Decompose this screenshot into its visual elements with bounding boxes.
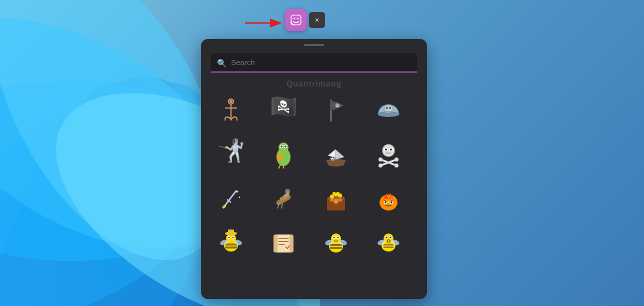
sticker-item[interactable] xyxy=(368,222,408,262)
panel-handle xyxy=(304,44,324,46)
svg-rect-78 xyxy=(225,246,237,248)
svg-rect-106 xyxy=(384,246,394,248)
sticker-item[interactable] xyxy=(316,134,356,174)
svg-point-24 xyxy=(389,107,391,109)
svg-rect-89 xyxy=(274,234,278,252)
svg-point-82 xyxy=(228,237,230,238)
svg-point-51 xyxy=(378,164,382,168)
svg-point-41 xyxy=(382,144,394,156)
svg-point-39 xyxy=(333,157,334,158)
sticker-panel: 🔍 Quantrimang 🏴‍☠️ xyxy=(201,39,427,299)
sticker-button[interactable] xyxy=(285,9,307,31)
sticker-item[interactable] xyxy=(368,178,408,218)
svg-point-100 xyxy=(334,237,335,238)
svg-point-49 xyxy=(394,164,398,168)
watermark: Quantrimang xyxy=(286,80,342,88)
svg-point-12 xyxy=(297,18,298,19)
sticker-item[interactable] xyxy=(368,134,408,174)
search-container: 🔍 xyxy=(211,53,417,72)
sticker-item[interactable] xyxy=(316,222,356,262)
svg-point-70 xyxy=(336,192,340,195)
close-button[interactable]: × xyxy=(309,12,325,28)
svg-text:✦: ✦ xyxy=(238,196,241,199)
sticker-item[interactable] xyxy=(264,134,304,174)
svg-point-101 xyxy=(338,237,339,238)
svg-rect-88 xyxy=(276,234,292,252)
svg-point-69 xyxy=(332,192,336,195)
sticker-item[interactable] xyxy=(264,178,304,218)
svg-rect-105 xyxy=(384,244,394,246)
search-icon: 🔍 xyxy=(217,58,227,68)
svg-point-38 xyxy=(331,157,332,158)
close-icon: × xyxy=(315,16,319,24)
svg-point-110 xyxy=(386,236,388,238)
svg-point-75 xyxy=(390,202,392,204)
svg-line-52 xyxy=(224,191,236,208)
svg-point-32 xyxy=(284,146,286,148)
sticker-item[interactable] xyxy=(316,90,356,130)
sticker-item[interactable] xyxy=(211,222,251,262)
svg-rect-85 xyxy=(228,230,234,234)
svg-point-31 xyxy=(280,146,282,148)
sticker-icon xyxy=(290,14,302,26)
svg-point-66 xyxy=(330,194,334,198)
svg-point-45 xyxy=(390,148,392,150)
sticker-item[interactable]: ✦ ✦ xyxy=(211,178,251,218)
search-input[interactable] xyxy=(211,53,417,72)
svg-point-74 xyxy=(384,202,386,204)
svg-rect-90 xyxy=(290,234,294,252)
svg-point-23 xyxy=(386,107,388,109)
svg-point-48 xyxy=(378,158,382,162)
svg-text:✦: ✦ xyxy=(235,189,239,194)
sticker-item[interactable] xyxy=(211,90,251,130)
sticker-item[interactable]: 🏴‍☠️ xyxy=(264,90,304,130)
toolbar: × xyxy=(285,9,325,31)
svg-point-83 xyxy=(232,237,234,238)
svg-rect-77 xyxy=(225,244,237,246)
svg-point-11 xyxy=(294,18,295,19)
svg-rect-96 xyxy=(330,247,342,249)
svg-point-16 xyxy=(230,100,232,103)
svg-line-62 xyxy=(282,204,282,208)
red-arrow-annotation xyxy=(245,14,285,32)
svg-point-19 xyxy=(336,104,337,106)
svg-line-34 xyxy=(278,164,280,168)
svg-point-60 xyxy=(285,189,290,194)
svg-point-111 xyxy=(390,236,392,238)
svg-point-20 xyxy=(338,104,339,106)
svg-point-44 xyxy=(385,148,387,150)
sticker-grid: 🏴‍☠️ xyxy=(201,88,427,299)
sticker-item[interactable] xyxy=(316,178,356,218)
svg-rect-95 xyxy=(330,244,342,246)
svg-point-50 xyxy=(394,158,398,162)
sticker-item[interactable] xyxy=(264,222,304,262)
svg-rect-65 xyxy=(334,200,338,204)
sticker-item[interactable]: 🤺 xyxy=(211,134,251,174)
sticker-item[interactable] xyxy=(368,90,408,130)
svg-rect-10 xyxy=(291,15,301,25)
